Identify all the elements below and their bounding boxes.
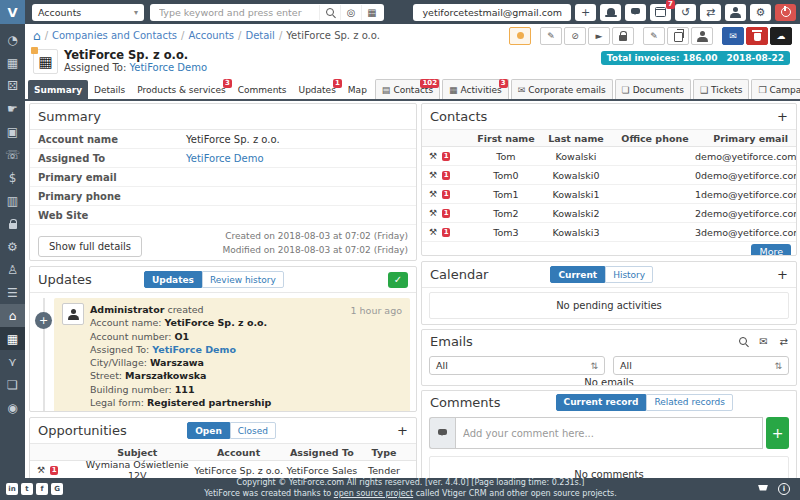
lock-record-button[interactable] <box>612 27 634 45</box>
calendar-filter-history[interactable]: History <box>605 266 653 283</box>
calendar-button[interactable]: 7 <box>650 4 671 21</box>
contact-email[interactable]: 1demo@yetiforce.com <box>695 189 797 200</box>
email-filter-select-2[interactable]: All ⇅ <box>613 356 789 375</box>
advanced-search-icon[interactable]: ◎ <box>340 5 361 20</box>
wrench-icon[interactable]: ⚒ <box>429 151 437 161</box>
archive-button[interactable]: ✉ <box>722 27 744 45</box>
sidebar-item-products[interactable]: ⚄ <box>0 74 25 97</box>
add-comment-button[interactable]: + <box>766 417 789 449</box>
add-contact-button[interactable]: + <box>777 110 788 123</box>
export-button[interactable]: ☁ <box>770 27 792 45</box>
breadcrumb-detail-link[interactable]: Detail <box>245 30 274 41</box>
comments-filter-current-record[interactable]: Current record <box>556 394 647 411</box>
tab-documents[interactable]: ❏Documents <box>615 79 691 99</box>
contact-email[interactable]: 0demo@yetiforce.com <box>695 170 797 181</box>
sidebar-item-profile[interactable]: ◉ <box>0 396 25 419</box>
sidebar-item-tickets[interactable]: ❏ <box>0 373 25 396</box>
info-icon[interactable] <box>778 483 790 495</box>
settings-button[interactable]: ⚙ <box>750 4 771 21</box>
tab-comments[interactable]: Comments <box>232 80 293 99</box>
sidebar-item-helpdesk[interactable]: ☏ <box>0 143 25 166</box>
grid-icon[interactable]: ▦ <box>361 5 382 20</box>
wrench-icon[interactable]: ⚒ <box>429 170 437 180</box>
add-activity-button[interactable]: + <box>777 268 788 281</box>
add-opportunity-button[interactable]: + <box>397 424 408 437</box>
opportunity-subject[interactable]: Wymiana Oświetlenie 12V <box>83 459 192 480</box>
logout-button[interactable] <box>775 4 796 21</box>
updates-confirm-button[interactable]: ✓ <box>388 272 408 288</box>
sidebar-item-user-alerts[interactable]: ♙ <box>0 258 25 281</box>
twitter-icon[interactable]: t <box>21 483 33 495</box>
sidebar-item-yetiforce[interactable]: ⋎ <box>0 350 25 373</box>
tab-contacts[interactable]: ▤Contacts102 <box>375 79 440 99</box>
contacts-more-button[interactable]: More <box>751 244 791 256</box>
opportunities-filter-open[interactable]: Open <box>187 422 230 439</box>
tab-products-services[interactable]: Products & services3 <box>131 80 232 99</box>
linkedin-icon[interactable]: in <box>6 483 18 495</box>
facebook-icon[interactable]: f <box>36 483 48 495</box>
tab-summary[interactable]: Summary <box>28 80 88 99</box>
sidebar-item-organization[interactable]: ▥ <box>0 189 25 212</box>
edit-button[interactable]: ✎ <box>540 27 562 45</box>
sidebar-item-permissions[interactable] <box>0 212 25 235</box>
send-email-button[interactable]: ► <box>588 27 610 45</box>
sidebar-item-finances[interactable]: $ <box>0 166 25 189</box>
tab-campaigns[interactable]: ❒Campaigns <box>751 79 800 99</box>
tab-updates[interactable]: Updates1 <box>293 80 342 99</box>
calendar-filter-current[interactable]: Current <box>550 266 605 283</box>
breadcrumb-accounts-link[interactable]: Accounts <box>188 30 234 41</box>
wrench-icon[interactable]: ⚒ <box>429 189 437 199</box>
history-button[interactable]: ↺ <box>675 4 696 21</box>
cart-icon[interactable] <box>758 485 768 491</box>
sidebar-item-home[interactable]: ⌂ <box>0 304 25 327</box>
search-input[interactable] <box>157 6 319 19</box>
timeline-add-button[interactable]: + <box>35 312 52 329</box>
assigned-to-link[interactable]: YetiForce Demo <box>152 344 236 355</box>
hide-button[interactable]: ⊘ <box>564 27 586 45</box>
search-icon[interactable] <box>319 5 340 20</box>
delete-button[interactable] <box>746 27 768 45</box>
wrench-icon[interactable]: ⚒ <box>37 465 45 475</box>
sidebar-item-projects[interactable]: ▣ <box>0 120 25 143</box>
tab-tickets[interactable]: ❑Tickets <box>693 79 749 99</box>
envelope-icon[interactable]: ✉ <box>759 336 767 347</box>
email-filter-select-1[interactable]: All ⇅ <box>429 356 605 375</box>
switch-button[interactable]: ⇄ <box>700 4 721 21</box>
owner-button[interactable] <box>691 27 713 45</box>
chat-button[interactable] <box>625 4 646 21</box>
assigned-to-link[interactable]: YetiForce Demo <box>130 62 208 73</box>
contact-email[interactable]: 2demo@yetiforce.com <box>695 208 797 219</box>
contact-email[interactable]: demo@yetiforce.com <box>695 151 797 162</box>
updates-filter-updates[interactable]: Updates <box>144 271 202 288</box>
opportunities-filter-closed[interactable]: Closed <box>230 422 276 439</box>
sidebar-item-companies[interactable]: ▦ <box>0 51 25 74</box>
yetiforce-logo[interactable]: V <box>0 0 25 24</box>
github-icon[interactable]: G <box>51 483 63 495</box>
search-icon[interactable] <box>739 337 747 345</box>
sidebar-item-dashboard[interactable]: ◔ <box>0 28 25 51</box>
open-source-link[interactable]: open source project <box>334 489 413 498</box>
tab-activities[interactable]: ▦Activities3 <box>442 79 509 99</box>
show-full-details-button[interactable]: Show full details <box>38 236 142 257</box>
home-icon[interactable]: ⌂ <box>33 29 41 43</box>
module-select[interactable]: Accounts ▾ <box>32 4 144 21</box>
sidebar-item-database[interactable]: ☰ <box>0 281 25 304</box>
contact-email[interactable]: 3demo@yetiforce.com <box>695 227 797 238</box>
watchdog-button[interactable] <box>509 27 531 45</box>
notifications-button[interactable] <box>600 4 621 21</box>
tab-corporate-emails[interactable]: ✉Corporate emails <box>511 79 613 99</box>
assigned-to-link[interactable]: YetiForce Demo <box>186 153 264 164</box>
wrench-icon[interactable]: ⚒ <box>429 227 437 237</box>
breadcrumb-companies-link[interactable]: Companies and Contacts <box>52 30 177 41</box>
sidebar-item-accounts-active[interactable]: ▦ <box>0 327 25 350</box>
profile-button[interactable] <box>725 4 746 21</box>
quick-edit-button[interactable]: ✎ <box>643 27 665 45</box>
tab-details[interactable]: Details <box>88 80 131 99</box>
comments-filter-related-records[interactable]: Related records <box>646 394 732 411</box>
tab-map[interactable]: Map <box>342 80 373 99</box>
duplicate-button[interactable] <box>667 27 689 45</box>
wrench-icon[interactable]: ⚒ <box>429 208 437 218</box>
quick-create-button[interactable]: + <box>575 4 596 21</box>
user-email-button[interactable]: yetiforcetestmail@gmail.com <box>413 4 571 21</box>
updates-filter-review-history[interactable]: Review history <box>202 271 284 288</box>
